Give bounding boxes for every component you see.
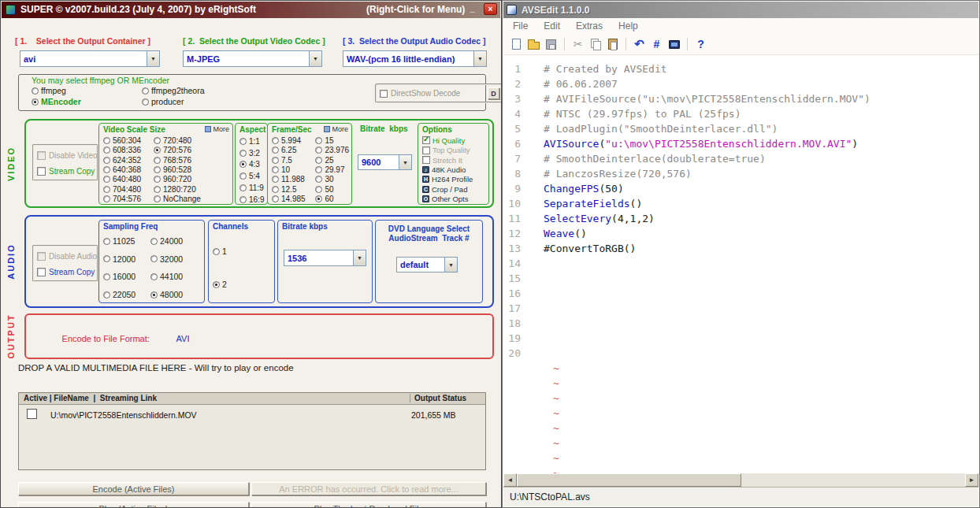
- radio-option-6-25[interactable]: 6.25: [272, 145, 315, 154]
- video-codec-select[interactable]: M-JPEG ▼: [183, 50, 322, 67]
- radio-option-48000[interactable]: 48000: [150, 286, 198, 304]
- radio-option-624-352[interactable]: 624:352: [103, 155, 154, 165]
- dropdown-arrow-icon[interactable]: ▼: [399, 155, 411, 169]
- scrollbar-thumb[interactable]: [517, 473, 741, 487]
- code-editor[interactable]: 1# Created by AVSEdit2# 06.06.20073# AVI…: [503, 55, 978, 473]
- scroll-right-arrow[interactable]: ►: [965, 473, 978, 487]
- video-stream-copy-option[interactable]: Stream Copy: [37, 163, 97, 179]
- horizontal-scrollbar[interactable]: ◄ ►: [503, 473, 978, 487]
- dvd-language-select[interactable]: default ▼: [396, 257, 458, 273]
- radio-option-720-576[interactable]: 720:576: [154, 145, 204, 154]
- save-file-icon[interactable]: [544, 37, 559, 52]
- radio-option-ffmpeg[interactable]: ffmpeg: [32, 85, 81, 96]
- encode-button[interactable]: Encode (Active Files): [18, 482, 249, 495]
- audio-bitrate-select[interactable]: 1536 ▼: [284, 250, 366, 266]
- radio-option-12-5[interactable]: 12.5: [272, 184, 315, 194]
- radio-option-640-368[interactable]: 640:368: [103, 165, 154, 174]
- radio-option-3-2[interactable]: 3:2: [239, 147, 264, 159]
- disable-video-option[interactable]: Disable Video: [37, 147, 97, 163]
- radio-option-32000[interactable]: 32000: [150, 250, 198, 269]
- radio-option-10[interactable]: 10: [272, 165, 315, 174]
- open-file-icon[interactable]: [526, 37, 541, 52]
- cut-icon[interactable]: [570, 37, 585, 52]
- menu-help[interactable]: Help: [611, 20, 646, 32]
- audio-codec-select[interactable]: WAV-(pcm 16 little-endian) ▼: [343, 50, 487, 67]
- drop-zone-hint[interactable]: DROP A VALID MULTIMEDIA FILE HERE - Will…: [18, 363, 294, 373]
- help-icon[interactable]: [693, 37, 708, 52]
- copy-icon[interactable]: [588, 37, 603, 52]
- radio-option-15[interactable]: 15: [315, 135, 351, 145]
- radio-option-44100[interactable]: 44100: [150, 268, 198, 286]
- radio-option-11-9[interactable]: 11:9: [239, 182, 264, 194]
- scale-more-toggle[interactable]: More: [205, 125, 229, 133]
- radio-option-1-1[interactable]: 1:1: [239, 135, 264, 147]
- option-top-quality[interactable]: Top Quality: [422, 145, 488, 154]
- new-file-icon[interactable]: [509, 37, 524, 52]
- radio-option-768-576[interactable]: 768:576: [154, 155, 204, 165]
- radio-option-16000[interactable]: 16000: [103, 268, 150, 286]
- line-numbers-icon[interactable]: [649, 37, 664, 52]
- option-h264-profile[interactable]: HH264 Profile: [422, 175, 488, 184]
- radio-option-nochange[interactable]: NoChange: [154, 195, 204, 204]
- paste-icon[interactable]: [605, 37, 620, 52]
- play-active-button[interactable]: Play (Active Files): [18, 502, 249, 508]
- radio-option-22050[interactable]: 22050: [103, 286, 150, 304]
- menu-file[interactable]: File: [503, 20, 536, 32]
- radio-option-5-994[interactable]: 5.994: [272, 135, 315, 145]
- super-titlebar[interactable]: SUPER © v2007.build.23 (July 4, 2007) by…: [2, 2, 500, 18]
- radio-option-24000[interactable]: 24000: [150, 232, 198, 250]
- audio-stream-copy-option[interactable]: Stream Copy: [37, 264, 97, 280]
- radio-option-1280-720[interactable]: 1280:720: [154, 184, 204, 194]
- radio-option-560-304[interactable]: 560:304: [103, 135, 154, 145]
- preview-monitor-icon[interactable]: [666, 37, 681, 52]
- radio-option-720-480[interactable]: 720:480: [154, 135, 204, 145]
- radio-option-60[interactable]: 60: [315, 195, 351, 204]
- radio-option-2[interactable]: 2: [213, 276, 227, 292]
- radio-option-12000[interactable]: 12000: [103, 250, 150, 269]
- radio-option-960-528[interactable]: 960:528: [154, 165, 204, 174]
- radio-option-producer[interactable]: producer: [142, 96, 205, 107]
- dropdown-arrow-icon[interactable]: ▼: [473, 51, 486, 66]
- fps-more-toggle[interactable]: More: [324, 125, 348, 133]
- radio-option-1[interactable]: 1: [213, 243, 227, 259]
- directshow-d-button[interactable]: D: [488, 87, 499, 99]
- close-button[interactable]: ×: [484, 3, 497, 15]
- file-active-checkbox[interactable]: [27, 409, 37, 419]
- directshow-decode-panel[interactable]: DirectShow Decode D: [375, 83, 502, 103]
- video-bitrate-select[interactable]: 9600 ▼: [358, 154, 412, 170]
- radio-option-704-480[interactable]: 704:480: [103, 184, 154, 194]
- file-list-body[interactable]: U:\mov\PICT2558Entenschliddern.MOV201,65…: [19, 405, 485, 425]
- disable-audio-option[interactable]: Disable Audio: [37, 248, 97, 264]
- option-stretch-it[interactable]: Stretch It: [422, 155, 488, 165]
- radio-option-25[interactable]: 25: [315, 155, 351, 165]
- undo-icon[interactable]: [632, 37, 647, 52]
- radio-option-ffmpeg2theora[interactable]: ffmpeg2theora: [142, 85, 205, 96]
- radio-option-608-336[interactable]: 608:336: [103, 145, 154, 154]
- radio-option-23-976[interactable]: 23.976: [315, 145, 351, 154]
- radio-option-16-9[interactable]: 16:9: [239, 194, 264, 206]
- directshow-checkbox[interactable]: [380, 90, 388, 98]
- scroll-left-arrow[interactable]: ◄: [503, 473, 517, 487]
- radio-option-30[interactable]: 30: [315, 175, 351, 184]
- radio-option-50[interactable]: 50: [315, 184, 351, 194]
- dropdown-arrow-icon[interactable]: ▼: [309, 51, 321, 66]
- radio-option-960-720[interactable]: 960:720: [154, 175, 204, 184]
- menu-edit[interactable]: Edit: [536, 20, 568, 32]
- radio-option-4-3[interactable]: 4:3: [239, 159, 264, 171]
- file-row[interactable]: U:\mov\PICT2558Entenschliddern.MOV201,65…: [19, 405, 485, 425]
- radio-option-11025[interactable]: 11025: [103, 232, 150, 250]
- minimize-button[interactable]: _: [466, 3, 479, 15]
- error-message-button[interactable]: An ERROR has occurred. Click to read mor…: [251, 482, 486, 495]
- radio-option-11-988[interactable]: 11.988: [272, 175, 315, 184]
- option-hi-quality[interactable]: Hi Quality: [422, 135, 488, 145]
- option-48k-audio[interactable]: ♪48K Audio: [422, 165, 488, 174]
- dropdown-arrow-icon[interactable]: ▼: [147, 51, 159, 66]
- dropdown-arrow-icon[interactable]: ▼: [444, 258, 457, 272]
- radio-option-29-97[interactable]: 29.97: [315, 165, 351, 174]
- radio-option-mencoder[interactable]: MEncoder: [32, 96, 81, 107]
- radio-option-704-576[interactable]: 704:576: [103, 195, 154, 204]
- option-crop-pad[interactable]: CCrop / Pad: [422, 184, 488, 194]
- menu-extras[interactable]: Extras: [568, 20, 611, 32]
- option-other-opts[interactable]: OOther Opts: [422, 195, 488, 204]
- output-container-select[interactable]: avi ▼: [20, 50, 160, 67]
